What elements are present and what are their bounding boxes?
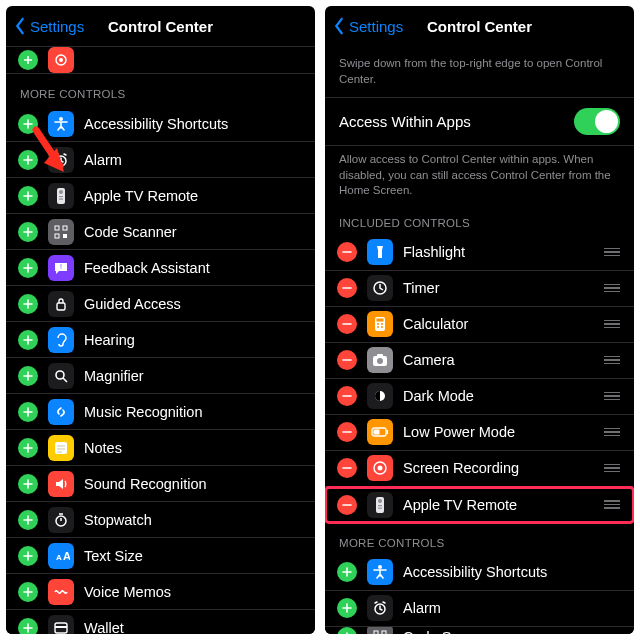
add-button[interactable] — [337, 627, 357, 634]
back-label: Settings — [30, 18, 84, 35]
add-button[interactable] — [18, 582, 38, 602]
back-button[interactable]: Settings — [333, 17, 403, 35]
control-row[interactable]: Screen Recording — [325, 451, 634, 487]
control-row[interactable]: Guided Access — [6, 286, 315, 322]
reorder-grip-icon[interactable] — [604, 500, 620, 509]
remove-button[interactable] — [337, 350, 357, 370]
add-button[interactable] — [18, 438, 38, 458]
add-button[interactable] — [18, 618, 38, 634]
control-row[interactable]: Sound Recognition — [6, 466, 315, 502]
control-row[interactable]: AAText Size — [6, 538, 315, 574]
add-button[interactable] — [18, 150, 38, 170]
row-label: Sound Recognition — [84, 476, 301, 492]
lock-icon — [48, 291, 74, 317]
add-button[interactable] — [18, 510, 38, 530]
control-row[interactable]: Voice Memos — [6, 574, 315, 610]
clipped-row[interactable] — [6, 46, 315, 74]
control-row[interactable]: Calculator — [325, 307, 634, 343]
svg-point-31 — [377, 358, 383, 364]
control-row[interactable]: Timer — [325, 271, 634, 307]
control-row[interactable]: Dark Mode — [325, 379, 634, 415]
add-button[interactable] — [18, 50, 38, 70]
remove-button[interactable] — [337, 314, 357, 334]
remote-icon — [367, 492, 393, 518]
reorder-grip-icon[interactable] — [604, 428, 620, 437]
reorder-grip-icon[interactable] — [604, 464, 620, 473]
row-label: Accessibility Shortcuts — [84, 116, 301, 132]
row-label: Magnifier — [84, 368, 301, 384]
timer-icon — [367, 275, 393, 301]
row-label: Wallet — [84, 620, 301, 634]
control-row[interactable]: Code Scanner — [6, 214, 315, 250]
reorder-grip-icon[interactable] — [604, 392, 620, 401]
svg-rect-13 — [57, 303, 65, 310]
control-row[interactable]: Wallet — [6, 610, 315, 634]
control-row[interactable]: Music Recognition — [6, 394, 315, 430]
remove-button[interactable] — [337, 386, 357, 406]
control-row[interactable]: Accessibility Shortcuts — [325, 555, 634, 591]
control-row[interactable]: Low Power Mode — [325, 415, 634, 451]
row-label: Camera — [403, 352, 604, 368]
shazam-icon — [48, 399, 74, 425]
control-row[interactable]: Hearing — [6, 322, 315, 358]
remove-button[interactable] — [337, 422, 357, 442]
control-row[interactable]: Stopwatch — [6, 502, 315, 538]
add-button[interactable] — [337, 562, 357, 582]
control-row[interactable]: Camera — [325, 343, 634, 379]
row-label: Alarm — [403, 600, 620, 616]
add-button[interactable] — [18, 114, 38, 134]
control-row[interactable]: Notes — [6, 430, 315, 466]
control-row[interactable]: Accessibility Shortcuts — [6, 106, 315, 142]
add-button[interactable] — [18, 474, 38, 494]
remove-button[interactable] — [337, 278, 357, 298]
access-label: Access Within Apps — [339, 113, 574, 130]
feedback-icon: ! — [48, 255, 74, 281]
access-toggle[interactable] — [574, 108, 620, 135]
reorder-grip-icon[interactable] — [604, 356, 620, 365]
row-label: Low Power Mode — [403, 424, 604, 440]
control-row[interactable]: Apple TV Remote — [325, 487, 634, 523]
control-row[interactable]: Magnifier — [6, 358, 315, 394]
remove-button[interactable] — [337, 495, 357, 515]
add-button[interactable] — [18, 402, 38, 422]
svg-rect-42 — [378, 507, 382, 508]
control-row[interactable]: Alarm — [6, 142, 315, 178]
reorder-grip-icon[interactable] — [604, 320, 620, 329]
svg-point-2 — [59, 117, 63, 121]
add-button[interactable] — [18, 546, 38, 566]
control-row[interactable]: Apple TV Remote — [6, 178, 315, 214]
notes-icon — [48, 435, 74, 461]
control-row[interactable]: Flashlight — [325, 235, 634, 271]
camera-icon — [367, 347, 393, 373]
svg-rect-35 — [387, 430, 389, 434]
chevron-left-icon — [333, 17, 345, 35]
add-button[interactable] — [18, 330, 38, 350]
ear-icon — [48, 327, 74, 353]
back-button[interactable]: Settings — [14, 17, 84, 35]
add-button[interactable] — [18, 186, 38, 206]
battery-icon — [367, 419, 393, 445]
add-button[interactable] — [18, 366, 38, 386]
chevron-left-icon — [14, 17, 26, 35]
access-within-apps-row[interactable]: Access Within Apps — [325, 97, 634, 146]
add-button[interactable] — [18, 294, 38, 314]
remove-button[interactable] — [337, 242, 357, 262]
qr-icon — [367, 627, 393, 634]
svg-rect-11 — [63, 234, 67, 238]
wallet-icon — [48, 615, 74, 634]
control-row[interactable]: !Feedback Assistant — [6, 250, 315, 286]
svg-rect-7 — [59, 198, 63, 199]
control-row[interactable]: Code Scanner — [325, 627, 634, 634]
darkmode-icon — [367, 383, 393, 409]
add-button[interactable] — [18, 258, 38, 278]
add-button[interactable] — [18, 222, 38, 242]
svg-point-15 — [54, 405, 68, 419]
reorder-grip-icon[interactable] — [604, 248, 620, 257]
row-label: Screen Recording — [403, 460, 604, 476]
accessibility-icon — [367, 559, 393, 585]
svg-rect-25 — [377, 319, 384, 322]
control-row[interactable]: Alarm — [325, 591, 634, 627]
reorder-grip-icon[interactable] — [604, 284, 620, 293]
remove-button[interactable] — [337, 458, 357, 478]
add-button[interactable] — [337, 598, 357, 618]
